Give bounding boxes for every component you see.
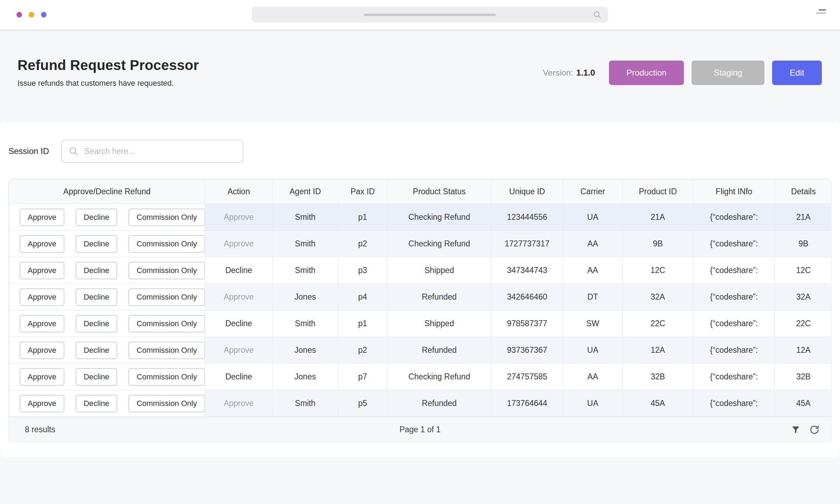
commission-only-button[interactable]: Commission Only [128,209,205,226]
approve-button[interactable]: Approve [20,368,64,386]
decline-button[interactable]: Decline [76,235,117,253]
decline-button[interactable]: Decline [76,368,117,386]
refund-actions-cell: Approve Decline Commission Only [9,390,205,417]
unique-id-cell: 1727737317 [491,231,563,257]
window-dot-2[interactable] [29,12,34,18]
filter-icon[interactable] [791,425,800,434]
product-status-cell: Shipped [387,310,491,337]
refund-actions-cell: Approve Decline Commission Only [9,231,205,257]
session-id-label: Session ID [8,146,61,156]
pax-id-cell: p2 [338,337,387,364]
title-block: Refund Request Processor Issue refunds t… [18,57,199,88]
product-status-cell: Refunded [387,337,491,364]
staging-button[interactable]: Staging [692,61,764,85]
details-cell: 22C [775,310,832,337]
address-bar[interactable] [252,7,608,22]
product-status-cell: Checking Refund [387,204,491,231]
pax-id-cell: p1 [338,204,387,231]
commission-only-button[interactable]: Commission Only [128,235,205,253]
flight-info-cell: {“codeshare”: [693,390,775,417]
decline-button[interactable]: Decline [76,262,117,279]
agent-id-cell: Smith [273,231,338,257]
unique-id-cell: 173764644 [491,390,563,417]
decline-button[interactable]: Decline [76,395,117,412]
action-cell: Approve [205,337,273,364]
page-header: Refund Request Processor Issue refunds t… [0,29,840,122]
filter-row: Session ID [0,122,840,163]
table-row: Approve Decline Commission Only Approve … [9,390,832,417]
flight-info-cell: {“codeshare”: [693,337,775,364]
edit-button[interactable]: Edit [772,61,822,85]
column-pax-id: Pax ID [338,180,387,204]
pax-id-cell: p4 [338,284,387,310]
column-action: Action [205,180,273,204]
unique-id-cell: 342646460 [491,284,563,310]
table-row: Approve Decline Commission Only Approve … [9,231,832,257]
carrier-cell: UA [563,204,623,231]
flight-info-cell: {“codeshare”: [693,284,775,310]
agent-id-cell: Smith [273,310,338,337]
table-row: Approve Decline Commission Only Decline … [9,257,832,284]
action-cell: Approve [205,390,273,417]
commission-only-button[interactable]: Commission Only [128,342,205,359]
table-header: Approve/Decline Refund Action Agent ID P… [9,180,832,204]
main-card: Session ID Approve/Decline Refund Action [0,122,840,457]
version-value: 1.1.0 [576,68,595,77]
action-cell: Approve [205,204,273,231]
approve-button[interactable]: Approve [20,262,64,279]
address-placeholder-line [364,14,496,16]
commission-only-button[interactable]: Commission Only [128,395,205,412]
decline-button[interactable]: Decline [76,315,117,332]
approve-button[interactable]: Approve [20,235,64,253]
approve-button[interactable]: Approve [20,315,64,332]
details-cell: 32A [775,284,832,310]
commission-only-button[interactable]: Commission Only [128,315,205,332]
search-input[interactable] [61,140,243,163]
search-icon[interactable] [593,10,602,21]
refund-actions-cell: Approve Decline Commission Only [9,204,205,231]
window-dot-1[interactable] [16,12,22,18]
column-unique-id: Unique ID [491,180,563,204]
carrier-cell: AA [563,231,623,257]
approve-button[interactable]: Approve [20,342,64,359]
version-text: Version:1.1.0 [543,68,595,78]
approve-button[interactable]: Approve [20,288,64,306]
refresh-icon[interactable] [810,425,819,435]
product-id-cell: 12C [623,257,693,284]
product-id-cell: 22C [623,310,693,337]
approve-button[interactable]: Approve [20,395,64,412]
pax-id-cell: p2 [338,231,387,257]
refund-actions-cell: Approve Decline Commission Only [9,310,205,337]
decline-button[interactable]: Decline [76,209,117,226]
action-cell: Decline [205,257,273,284]
results-count: 8 results [25,425,55,434]
commission-only-button[interactable]: Commission Only [128,288,205,306]
details-cell: 21A [775,204,832,231]
action-cell: Decline [205,364,273,390]
unique-id-cell: 978587377 [491,310,563,337]
details-cell: 9B [775,231,832,257]
refund-table: Approve/Decline Refund Action Agent ID P… [8,179,832,442]
window-dot-3[interactable] [41,12,47,18]
commission-only-button[interactable]: Commission Only [128,368,205,386]
approve-button[interactable]: Approve [20,209,64,226]
page-subtitle: Issue refunds that customers have reques… [18,79,199,88]
carrier-cell: UA [563,337,623,364]
commission-only-button[interactable]: Commission Only [128,262,205,279]
footer-icons [791,425,819,435]
product-status-cell: Checking Refund [387,231,491,257]
product-status-cell: Shipped [387,257,491,284]
decline-button[interactable]: Decline [76,342,117,359]
carrier-cell: SW [563,310,623,337]
menu-icon[interactable] [815,8,827,20]
flight-info-cell: {“codeshare”: [693,257,775,284]
table-row: Approve Decline Commission Only Approve … [9,337,832,364]
column-product-status: Product Status [387,180,491,204]
action-cell: Decline [205,310,273,337]
unique-id-cell: 937367367 [491,337,563,364]
details-cell: 12A [775,337,832,364]
pax-id-cell: p3 [338,257,387,284]
production-button[interactable]: Production [609,61,684,85]
refund-actions-cell: Approve Decline Commission Only [9,257,205,284]
decline-button[interactable]: Decline [76,288,117,306]
